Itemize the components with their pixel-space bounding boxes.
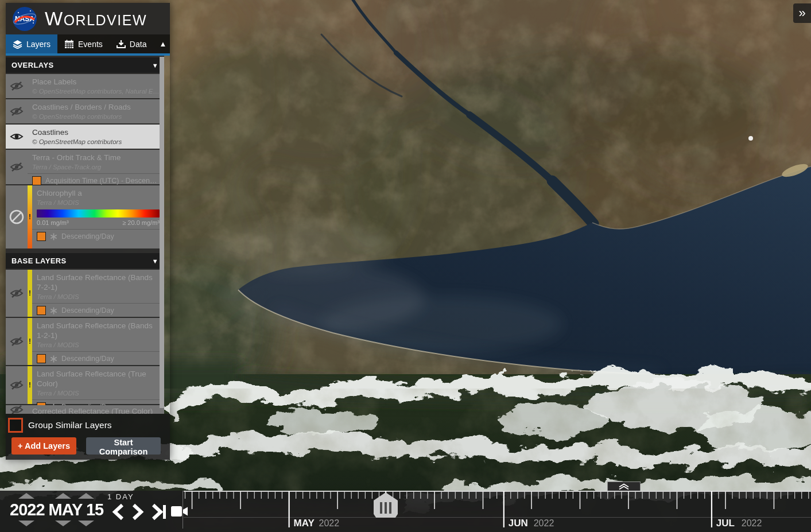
- unavailable-icon: [9, 209, 24, 224]
- add-layers-button[interactable]: + Add Layers: [11, 437, 76, 455]
- day-tick: [282, 492, 282, 499]
- tab-data-label: Data: [130, 40, 147, 49]
- timeline-axis[interactable]: MAY2022JUN2022JUL2022: [0, 491, 811, 532]
- day-tick: [275, 492, 275, 499]
- visibility-toggle[interactable]: [6, 99, 28, 123]
- tab-layers-label: Layers: [26, 40, 51, 49]
- layer-row-place-labels[interactable]: Place Labels © OpenStreetMap contributor…: [6, 74, 164, 98]
- layer-row-lsr-bands-121[interactable]: ! Land Surface Reflectance (Bands 1-2-1)…: [6, 318, 164, 365]
- day-tick: [365, 492, 366, 499]
- day-tick: [614, 492, 615, 499]
- layer-row-chlorophyll-a[interactable]: ! Chlorophyll a Terra / MODIS 0.01 mg/m³…: [6, 185, 164, 248]
- visibility-toggle[interactable]: [6, 125, 28, 149]
- section-header-overlays[interactable]: OVERLAYS ▼: [6, 57, 164, 73]
- day-tick: [753, 492, 754, 499]
- tab-layers[interactable]: Layers: [6, 34, 57, 53]
- day-tick: [559, 492, 560, 499]
- day-tick: [642, 492, 643, 499]
- day-tick: [690, 492, 691, 499]
- visibility-toggle[interactable]: [6, 366, 28, 404]
- day-tick: [490, 492, 490, 499]
- sidebar-collapse-caret[interactable]: ▲: [153, 40, 172, 48]
- start-comparison-button[interactable]: Start Comparison: [86, 437, 161, 455]
- layer-source: © OpenStreetMap contributors: [32, 138, 160, 145]
- visibility-toggle[interactable]: [6, 270, 28, 317]
- visibility-toggle[interactable]: [6, 185, 28, 248]
- palette-label: Descending/Day: [61, 232, 114, 240]
- axis-top-line: [184, 491, 811, 492]
- week-tick: [337, 491, 338, 509]
- day-tick: [212, 492, 213, 499]
- day-tick: [573, 492, 573, 499]
- year-label: 2022: [319, 518, 340, 528]
- week-tick: [774, 491, 775, 509]
- eye-slash-icon: [10, 106, 24, 117]
- visibility-toggle[interactable]: [6, 318, 28, 365]
- day-tick: [718, 492, 719, 499]
- palette-chip[interactable]: [32, 176, 41, 185]
- week-tick: [628, 491, 629, 509]
- eye-slash-icon: [10, 405, 24, 414]
- layer-title: Chlorophyll a: [37, 188, 160, 198]
- sidebar-scrollbar[interactable]: [160, 57, 164, 408]
- colorbar-max: ≥ 20.0 mg/m³: [122, 219, 160, 226]
- palette-label: Descending/Day: [61, 306, 114, 314]
- week-tick: [531, 491, 532, 509]
- colorbar-labels: 0.01 mg/m³ ≥ 20.0 mg/m³: [37, 219, 160, 226]
- eye-icon: [10, 131, 24, 142]
- layer-title: Coastlines: [32, 127, 160, 137]
- colorbar[interactable]: [37, 209, 160, 218]
- layer-source: Terra / MODIS: [37, 341, 160, 348]
- warning-mark: !: [29, 289, 31, 297]
- day-tick: [441, 492, 441, 499]
- day-tick: [268, 492, 269, 499]
- day-tick: [469, 492, 469, 499]
- layer-row-coastlines-borders-roads[interactable]: Coastlines / Borders / Roads © OpenStree…: [6, 99, 164, 123]
- layer-title: Corrected Reflectance (True Color): [32, 406, 160, 414]
- palette-chip[interactable]: [37, 232, 46, 241]
- day-tick: [697, 492, 698, 499]
- day-tick: [510, 492, 511, 499]
- timeline-expand-button[interactable]: [607, 481, 641, 491]
- sidebar-tabs: Layers Events Data ▲: [6, 34, 170, 53]
- palette-chip[interactable]: [37, 354, 46, 363]
- warning-strip: !: [28, 318, 32, 365]
- day-tick: [635, 492, 635, 499]
- day-tick: [587, 492, 587, 499]
- layer-row-coastlines[interactable]: Coastlines © OpenStreetMap contributors: [6, 125, 164, 149]
- visibility-toggle[interactable]: [6, 74, 28, 98]
- day-tick: [420, 492, 421, 499]
- day-tick: [427, 492, 428, 499]
- month-tick: [711, 491, 712, 527]
- layers-icon: [13, 40, 22, 49]
- layer-row-lsr-true-color[interactable]: ! Land Surface Reflectance (True Color) …: [6, 366, 164, 404]
- day-tick: [247, 492, 248, 499]
- layer-row-lsr-bands-721[interactable]: ! Land Surface Reflectance (Bands 7-2-1)…: [6, 270, 164, 317]
- day-tick: [704, 492, 705, 499]
- layer-title: Terra - Orbit Track & Time: [32, 153, 160, 162]
- visibility-toggle[interactable]: [6, 150, 28, 184]
- layer-list: OVERLAYS ▼ Place Labels © OpenStreetMap …: [6, 56, 164, 414]
- day-tick: [552, 492, 553, 499]
- layer-title: Land Surface Reflectance (True Color): [37, 369, 160, 389]
- tab-data[interactable]: Data: [110, 34, 154, 53]
- tab-events[interactable]: Events: [57, 34, 110, 53]
- day-tick: [462, 492, 463, 499]
- group-similar-layers-checkbox[interactable]: [8, 418, 23, 433]
- day-tick: [656, 492, 657, 499]
- section-header-base-layers[interactable]: BASE LAYERS ▼: [6, 253, 164, 269]
- day-tick: [205, 492, 206, 499]
- day-tick: [593, 492, 594, 499]
- layer-row-terra-orbit-track[interactable]: Terra - Orbit Track & Time Terra / Space…: [6, 150, 164, 184]
- visibility-toggle[interactable]: [6, 405, 28, 414]
- day-tick: [302, 492, 303, 499]
- day-tick: [739, 492, 740, 499]
- sidebar-expand-button[interactable]: »: [793, 3, 811, 23]
- layer-title: Place Labels: [32, 77, 160, 87]
- layer-title: Coastlines / Borders / Roads: [32, 102, 160, 112]
- day-tick: [684, 492, 684, 499]
- year-label: 2022: [742, 518, 762, 528]
- layer-row-corrected-reflectance[interactable]: Corrected Reflectance (True Color): [6, 405, 164, 414]
- day-tick: [787, 492, 788, 499]
- palette-chip[interactable]: [37, 306, 46, 315]
